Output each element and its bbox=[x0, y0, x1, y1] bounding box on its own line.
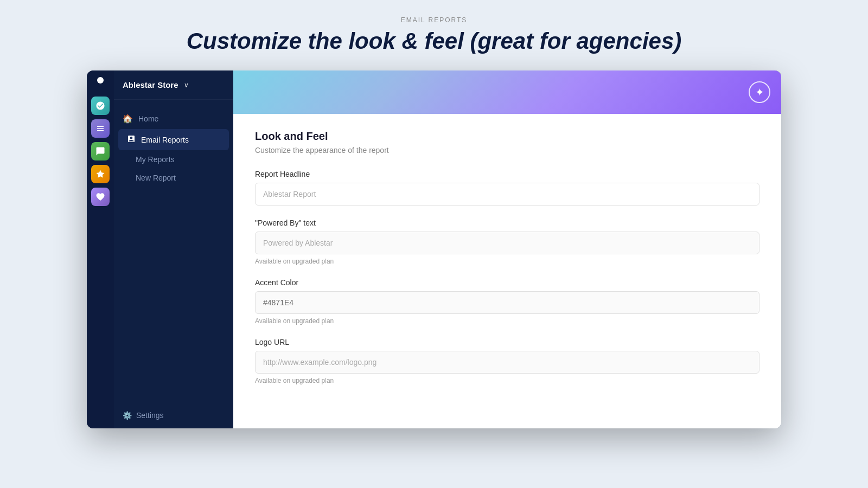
sidebar-icon-orange[interactable] bbox=[91, 165, 110, 183]
sidebar-item-my-reports[interactable]: My Reports bbox=[114, 150, 233, 169]
settings-icon: ⚙️ bbox=[123, 411, 132, 420]
home-icon: 🏠 bbox=[123, 114, 133, 124]
teal-icon bbox=[95, 101, 105, 111]
purple-icon bbox=[95, 124, 105, 133]
orange-icon bbox=[95, 169, 105, 179]
email-reports-icon bbox=[127, 134, 136, 145]
nav-items: 🏠 Home Email Reports My Reports New Repo… bbox=[114, 100, 233, 402]
section-title: Look and Feel bbox=[255, 130, 760, 143]
logo-url-label: Logo URL bbox=[255, 338, 760, 346]
marketing-title: Customize the look & feel (great for age… bbox=[11, 28, 857, 54]
my-reports-label: My Reports bbox=[136, 155, 175, 164]
logo-url-group: Logo URL Available on upgraded plan bbox=[255, 338, 760, 384]
nav-email-reports-label: Email Reports bbox=[141, 136, 189, 144]
icon-sidebar bbox=[87, 70, 114, 428]
green-icon bbox=[95, 146, 105, 156]
main-content: ✦ Look and Feel Customize the appearance… bbox=[233, 70, 781, 428]
lavender-icon bbox=[95, 192, 105, 202]
accent-color-input[interactable] bbox=[255, 291, 760, 314]
store-name: Ablestar Store bbox=[123, 80, 178, 89]
nav-sidebar: Ablestar Store ∨ 🏠 Home Email Reports My… bbox=[114, 70, 233, 428]
sidebar-icon-teal[interactable] bbox=[91, 97, 110, 115]
nav-home-label: Home bbox=[138, 114, 158, 123]
sidebar-item-new-report[interactable]: New Report bbox=[114, 169, 233, 187]
sidebar-item-home[interactable]: 🏠 Home bbox=[114, 108, 233, 129]
section-subtitle: Customize the appearance of the report bbox=[255, 146, 760, 155]
marketing-header: EMAIL REPORTS Customize the look & feel … bbox=[0, 0, 868, 65]
window-dot bbox=[97, 77, 104, 84]
settings-label: Settings bbox=[136, 411, 164, 420]
gradient-banner: ✦ bbox=[233, 70, 781, 114]
report-headline-label: Report Headline bbox=[255, 170, 760, 178]
report-headline-input[interactable] bbox=[255, 183, 760, 206]
sidebar-item-email-reports[interactable]: Email Reports bbox=[118, 129, 229, 150]
sidebar-icon-green[interactable] bbox=[91, 142, 110, 160]
accent-color-label: Accent Color bbox=[255, 278, 760, 287]
compass-icon: ✦ bbox=[749, 81, 770, 103]
marketing-label: EMAIL REPORTS bbox=[11, 16, 857, 24]
report-headline-group: Report Headline bbox=[255, 170, 760, 206]
logo-url-input[interactable] bbox=[255, 351, 760, 374]
app-window: Ablestar Store ∨ 🏠 Home Email Reports My… bbox=[87, 70, 781, 428]
chevron-down-icon: ∨ bbox=[184, 81, 189, 89]
content-panel: Look and Feel Customize the appearance o… bbox=[233, 114, 781, 428]
form-container: Look and Feel Customize the appearance o… bbox=[233, 114, 781, 428]
store-header[interactable]: Ablestar Store ∨ bbox=[114, 70, 233, 100]
logo-url-upgrade-hint: Available on upgraded plan bbox=[255, 377, 760, 384]
accent-color-group: Accent Color Available on upgraded plan bbox=[255, 278, 760, 325]
sidebar-icon-purple[interactable] bbox=[91, 119, 110, 138]
powered-by-label: "Powered By" text bbox=[255, 219, 760, 227]
sidebar-icon-lavender[interactable] bbox=[91, 188, 110, 206]
sidebar-item-settings[interactable]: ⚙️ Settings bbox=[114, 402, 233, 428]
accent-color-upgrade-hint: Available on upgraded plan bbox=[255, 317, 760, 325]
new-report-label: New Report bbox=[136, 174, 176, 182]
powered-by-upgrade-hint: Available on upgraded plan bbox=[255, 258, 760, 265]
powered-by-input[interactable] bbox=[255, 232, 760, 254]
powered-by-group: "Powered By" text Available on upgraded … bbox=[255, 219, 760, 265]
